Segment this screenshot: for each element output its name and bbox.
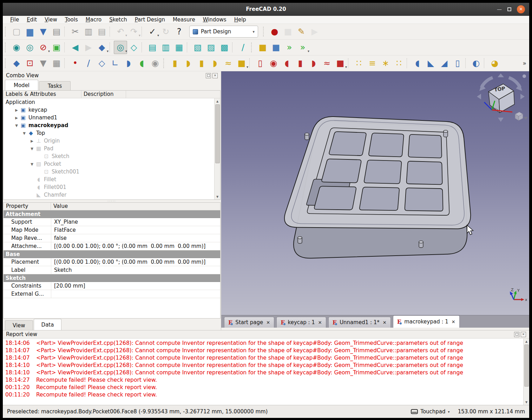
close-icon[interactable]: ✕ — [517, 5, 525, 13]
scroll-up-icon[interactable]: ▲ — [524, 339, 529, 344]
doc-tab-start-page[interactable]: F Start page ✕ — [224, 317, 274, 328]
subtractive-pipe-icon[interactable]: ◗ — [307, 57, 320, 70]
hole-icon[interactable]: ◉ — [267, 57, 280, 70]
tree-item-unnamed1[interactable]: ▣ Unnamed1 — [4, 114, 214, 122]
workbench-selector[interactable]: Part Design ▾ — [189, 26, 258, 38]
tree-item-sketch[interactable]: ⊡ Sketch — [4, 152, 214, 160]
tree-item-fillet001[interactable]: ◖ Fillet001 — [4, 183, 214, 191]
view-right-icon[interactable]: ▦ — [172, 41, 186, 54]
macro-record-icon[interactable]: ● — [268, 25, 281, 38]
expander-icon[interactable] — [13, 108, 20, 112]
polar-pattern-icon[interactable]: ∗ — [379, 57, 392, 70]
groove-icon[interactable]: ◖ — [280, 57, 294, 70]
scrollbar-thumb[interactable] — [524, 344, 529, 387]
menu-help[interactable]: Help — [230, 17, 250, 23]
menu-edit[interactable]: Edit — [23, 17, 41, 23]
tab-model[interactable]: Model — [5, 80, 38, 90]
linear-pattern-icon[interactable]: ≡ — [366, 57, 379, 70]
sketch-bspline-icon[interactable]: ◗ — [122, 57, 135, 70]
multitransform-icon[interactable]: ∷ — [392, 57, 406, 70]
menu-part-design[interactable]: Part Design — [131, 17, 169, 23]
tree-header-labels[interactable]: Labels & Attributes — [4, 91, 81, 98]
mirrored-icon[interactable]: ∷ — [352, 57, 366, 70]
paste-icon[interactable]: ▤ — [95, 25, 109, 38]
copy-icon[interactable]: ▥ — [82, 25, 95, 38]
pocket-icon[interactable]: ▯ — [254, 57, 267, 70]
subtractive-loft-icon[interactable]: ▮ — [294, 57, 307, 70]
menu-windows[interactable]: Windows — [199, 17, 230, 23]
view-rear-icon[interactable]: ▧ — [191, 41, 204, 54]
property-row-map-reversed[interactable]: Map Reve... false — [4, 234, 220, 242]
float-panel-icon[interactable] — [206, 73, 211, 78]
macro-stop-icon[interactable]: ■ — [281, 25, 295, 38]
revolution-icon[interactable]: ◗ — [182, 57, 195, 70]
property-row-label[interactable]: Label Sketch — [4, 266, 220, 274]
subtractive-helix-icon[interactable]: ≈ — [320, 57, 334, 70]
tab-data[interactable]: Data — [34, 319, 62, 330]
cut-icon[interactable]: ✂ — [68, 25, 82, 38]
additive-primitive-icon[interactable]: ■ — [235, 57, 248, 70]
additive-pipe-icon[interactable]: ◗ — [208, 57, 222, 70]
nav-forward-icon[interactable]: ▶ — [82, 41, 95, 54]
draft-icon[interactable]: ◢ — [438, 57, 451, 70]
view-bottom-icon[interactable]: ▨ — [204, 41, 218, 54]
save-icon[interactable]: ▼ — [37, 25, 50, 38]
zoom-tool-icon[interactable]: ◎ — [114, 41, 127, 54]
tab-close-icon[interactable]: ✕ — [383, 320, 387, 325]
property-group-attachment[interactable]: Attachment — [4, 210, 220, 218]
map-sketch-icon[interactable]: ▼ — [37, 57, 50, 70]
report-scrollbar[interactable]: ▲ ▼ — [523, 339, 529, 405]
nav-style-selector[interactable]: Touchpad — [420, 408, 445, 415]
measure-distance-icon[interactable]: / — [236, 41, 250, 54]
macro-play-icon[interactable]: ▶ — [308, 25, 321, 38]
tree-header-description[interactable]: Description — [81, 91, 126, 98]
boolean-operation-icon[interactable]: ◐ — [469, 57, 483, 70]
measure-icon[interactable]: ◕ — [488, 57, 501, 70]
undo-icon[interactable]: ↶ — [114, 25, 127, 38]
expander-icon[interactable] — [29, 139, 35, 143]
link-make-icon[interactable]: » — [283, 41, 296, 54]
expander-icon[interactable] — [29, 162, 35, 166]
property-row-attachment-offset[interactable]: Attachme... [(0.00 0.00 1.00); 0.00 °; (… — [4, 242, 220, 250]
tree-item-keycap[interactable]: ▣ keycap — [4, 106, 214, 114]
print-icon[interactable]: ▤ — [50, 25, 63, 38]
float-panel-icon[interactable] — [514, 332, 519, 337]
menu-file[interactable]: File — [6, 17, 23, 23]
doc-tab-macrokeypad[interactable]: F macrokeypad : 1 ✕ — [393, 315, 460, 328]
tree-item-origin[interactable]: ⊥ Origin — [4, 137, 214, 145]
sketch-line-icon[interactable]: / — [82, 57, 95, 70]
create-body-icon[interactable]: ◆ — [10, 57, 23, 70]
menu-view[interactable]: View — [41, 17, 61, 23]
view-front-icon[interactable]: ▤ — [146, 41, 159, 54]
titlebar[interactable]: FreeCAD 0.20 — ✕ — [3, 3, 529, 16]
redo-icon[interactable]: ↷ — [127, 25, 140, 38]
tab-tasks[interactable]: Tasks — [39, 81, 71, 90]
tree-item-top[interactable]: ◆ Top — [4, 129, 214, 137]
minimize-icon[interactable]: — — [497, 7, 502, 12]
scroll-down-icon[interactable]: ▼ — [524, 399, 529, 405]
nav-back-icon[interactable]: ◀ — [68, 41, 82, 54]
macro-validate-icon[interactable]: ✓ — [146, 25, 159, 38]
property-row-support[interactable]: Support XY_Plane — [4, 218, 220, 226]
clipping-plane-icon[interactable]: ⊘ — [37, 41, 50, 54]
tree-item-macrokeypad[interactable]: ▣ macrokeypad — [4, 122, 214, 129]
tree-scrollbar[interactable]: ▲ ▼ — [214, 98, 220, 199]
create-sketch-icon[interactable]: ⊡ — [23, 57, 37, 70]
subtractive-primitive-icon[interactable]: ■ — [334, 57, 347, 70]
whats-this-icon[interactable]: ? — [172, 25, 186, 38]
shapebinder-icon[interactable]: ◉ — [149, 57, 162, 70]
chamfer-icon[interactable]: ◣ — [424, 57, 438, 70]
menu-measure[interactable]: Measure — [169, 17, 199, 23]
tree-item-chamfer[interactable]: ◣ Chamfer — [4, 191, 214, 199]
scroll-up-icon[interactable]: ▲ — [215, 98, 220, 104]
open-file-icon[interactable]: ▆ — [23, 25, 37, 38]
property-header-property[interactable]: Property — [4, 203, 51, 210]
sketch-face-icon[interactable]: ◖ — [135, 57, 149, 70]
property-group-base[interactable]: Base — [4, 250, 220, 258]
group-icon[interactable]: ■ — [269, 41, 283, 54]
property-header-value[interactable]: Value — [51, 203, 220, 210]
property-row-constraints[interactable]: Constraints [20.00 mm] — [4, 282, 220, 290]
additive-loft-icon[interactable]: ▮ — [195, 57, 208, 70]
fit-all-icon[interactable]: ◉ — [10, 41, 23, 54]
tree-item-application[interactable]: Application — [4, 98, 214, 106]
